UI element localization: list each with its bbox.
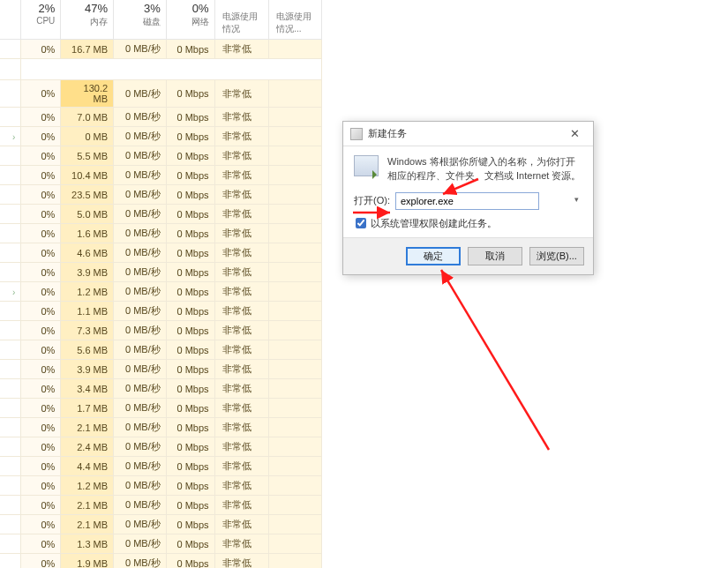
table-row[interactable]: 0%1.2 MB0 MB/秒0 Mbps非常低 (0, 476, 322, 496)
expand-gutter[interactable]: › (0, 127, 21, 146)
dialog-titlebar[interactable]: 新建任务 ✕ (343, 122, 593, 146)
cell-cpu: 0% (21, 457, 61, 476)
table-row[interactable]: 0%1.6 MB0 MB/秒0 Mbps非常低 (0, 224, 322, 243)
table-row[interactable]: 0%16.7 MB0 MB/秒0 Mbps非常低 (0, 40, 322, 59)
table-row[interactable]: 0%1.9 MB0 MB/秒0 Mbps非常低 (0, 554, 322, 569)
expand-gutter[interactable] (0, 399, 21, 418)
expand-gutter[interactable] (0, 185, 21, 205)
cell-cpu: 0% (21, 166, 61, 185)
expand-gutter[interactable] (0, 340, 21, 360)
chevron-down-icon[interactable]: ▾ (574, 195, 579, 204)
open-input[interactable] (395, 192, 539, 210)
table-row[interactable]: 0%10.4 MB0 MB/秒0 Mbps非常低 (0, 166, 322, 185)
dialog-description: Windows 将根据你所键入的名称，为你打开相应的程序、文件夹、文档或 Int… (387, 155, 582, 183)
gutter-header (0, 0, 21, 40)
expand-gutter[interactable] (0, 554, 21, 569)
table-row[interactable]: 0%130.2 MB0 MB/秒0 Mbps非常低 (0, 80, 322, 108)
expand-gutter[interactable] (0, 476, 21, 496)
table-row[interactable]: 0%5.0 MB0 MB/秒0 Mbps非常低 (0, 205, 322, 224)
cell-mem: 2.1 MB (61, 496, 114, 515)
cell-disk: 0 MB/秒 (114, 243, 167, 263)
cell-cpu: 0% (21, 418, 61, 437)
expand-gutter[interactable]: › (0, 282, 21, 302)
cell-mem: 4.6 MB (61, 243, 114, 263)
cell-cpu: 0% (21, 80, 61, 108)
cell-power-trend (269, 437, 322, 457)
cell-power: 非常低 (214, 282, 269, 302)
expand-gutter[interactable] (0, 496, 21, 515)
expand-gutter[interactable] (0, 457, 21, 476)
expand-gutter[interactable] (0, 80, 21, 108)
table-row[interactable]: ›0%1.2 MB0 MB/秒0 Mbps非常低 (0, 282, 322, 302)
cell-disk: 0 MB/秒 (114, 340, 167, 360)
cell-disk: 0 MB/秒 (114, 146, 167, 166)
expand-gutter[interactable] (0, 321, 21, 340)
cell-disk: 0 MB/秒 (114, 40, 167, 59)
col-disk[interactable]: 3%磁盘 (114, 0, 167, 40)
table-row[interactable]: 0%5.5 MB0 MB/秒0 Mbps非常低 (0, 146, 322, 166)
cell-net: 0 Mbps (166, 282, 214, 302)
cell-cpu: 0% (21, 554, 61, 569)
expand-gutter[interactable] (0, 534, 21, 554)
table-row[interactable]: 0%4.4 MB0 MB/秒0 Mbps非常低 (0, 457, 322, 476)
table-row[interactable]: 0%5.6 MB0 MB/秒0 Mbps非常低 (0, 340, 322, 360)
expand-gutter[interactable] (0, 418, 21, 437)
expand-gutter[interactable] (0, 205, 21, 224)
table-row[interactable]: 0%2.4 MB0 MB/秒0 Mbps非常低 (0, 437, 322, 457)
expand-gutter[interactable] (0, 437, 21, 457)
chevron-right-icon: › (12, 132, 15, 142)
expand-gutter[interactable] (0, 224, 21, 243)
table-row[interactable]: 0%1.1 MB0 MB/秒0 Mbps非常低 (0, 302, 322, 321)
col-power[interactable]: 电源使用情况 (214, 0, 269, 40)
col-power-trend[interactable]: 电源使用情况... (269, 0, 322, 40)
expand-gutter[interactable] (0, 515, 21, 534)
table-row[interactable]: 0%3.9 MB0 MB/秒0 Mbps非常低 (0, 360, 322, 379)
dialog-title: 新建任务 (368, 127, 407, 140)
admin-checkbox[interactable] (356, 218, 366, 228)
expand-gutter[interactable] (0, 40, 21, 59)
run-icon (354, 155, 379, 176)
cell-power-trend (269, 399, 322, 418)
cell-mem: 4.4 MB (61, 457, 114, 476)
cell-cpu: 0% (21, 534, 61, 554)
table-row[interactable]: ›0%0 MB0 MB/秒0 Mbps非常低 (0, 127, 322, 146)
table-row[interactable]: 0%1.3 MB0 MB/秒0 Mbps非常低 (0, 534, 322, 554)
expand-gutter[interactable] (0, 263, 21, 282)
table-row[interactable]: 0%2.1 MB0 MB/秒0 Mbps非常低 (0, 496, 322, 515)
expand-gutter[interactable] (0, 108, 21, 127)
table-row[interactable]: 0%23.5 MB0 MB/秒0 Mbps非常低 (0, 185, 322, 205)
table-row[interactable]: 0%2.1 MB0 MB/秒0 Mbps非常低 (0, 515, 322, 534)
cell-net: 0 Mbps (166, 224, 214, 243)
table-row[interactable]: 0%2.1 MB0 MB/秒0 Mbps非常低 (0, 418, 322, 437)
col-cpu[interactable]: 2%CPU (21, 0, 61, 40)
expand-gutter[interactable] (0, 146, 21, 166)
browse-button[interactable]: 浏览(B)... (529, 247, 584, 265)
table-row[interactable]: 0%4.6 MB0 MB/秒0 Mbps非常低 (0, 243, 322, 263)
col-net[interactable]: 0%网络 (166, 0, 214, 40)
expand-gutter[interactable] (0, 166, 21, 185)
cell-power: 非常低 (214, 360, 269, 379)
expand-gutter[interactable] (0, 243, 21, 263)
table-row[interactable]: 0%7.0 MB0 MB/秒0 Mbps非常低 (0, 108, 322, 127)
ok-button[interactable]: 确定 (406, 247, 461, 265)
table-row[interactable]: 0%7.3 MB0 MB/秒0 Mbps非常低 (0, 321, 322, 340)
table-row[interactable]: 0%3.9 MB0 MB/秒0 Mbps非常低 (0, 263, 322, 282)
cell-mem: 10.4 MB (61, 166, 114, 185)
cell-disk: 0 MB/秒 (114, 321, 167, 340)
expand-gutter[interactable] (0, 302, 21, 321)
cell-power: 非常低 (214, 243, 269, 263)
close-icon[interactable]: ✕ (561, 125, 588, 143)
cell-power: 非常低 (214, 185, 269, 205)
cell-power: 非常低 (214, 437, 269, 457)
cell-cpu: 0% (21, 282, 61, 302)
cell-disk: 0 MB/秒 (114, 108, 167, 127)
table-row[interactable]: 0%1.7 MB0 MB/秒0 Mbps非常低 (0, 399, 322, 418)
col-mem[interactable]: 47%内存 (61, 0, 114, 40)
cancel-button[interactable]: 取消 (468, 247, 522, 265)
expand-gutter[interactable] (0, 379, 21, 399)
cell-mem: 1.6 MB (61, 224, 114, 243)
cell-power-trend (269, 205, 322, 224)
admin-checkbox-row[interactable]: 以系统管理权限创建此任务。 (356, 217, 582, 230)
table-row[interactable]: 0%3.4 MB0 MB/秒0 Mbps非常低 (0, 379, 322, 399)
expand-gutter[interactable] (0, 360, 21, 379)
